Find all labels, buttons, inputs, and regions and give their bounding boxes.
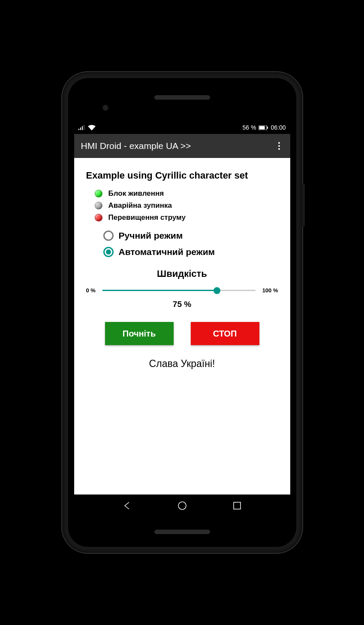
indicator-estop: Аварійна зупинка xyxy=(95,201,278,210)
speed-value: 75 % xyxy=(86,300,278,309)
phone-speaker-bottom xyxy=(154,530,210,534)
battery-percent: 56 % xyxy=(243,124,256,131)
phone-side-button xyxy=(302,184,305,227)
indicator-label: Перевищення струму xyxy=(108,213,186,222)
nav-back-icon[interactable] xyxy=(122,500,133,511)
svg-rect-1 xyxy=(80,127,81,130)
phone-inner: 56 % 06:00 HMI Droid - example UA >> Exa… xyxy=(68,78,296,547)
speed-slider[interactable] xyxy=(102,290,256,291)
wifi-icon xyxy=(88,125,96,130)
speed-section: Швидкість 0 % 100 % 75 % xyxy=(86,268,278,309)
svg-point-7 xyxy=(178,502,186,510)
slider-thumb[interactable] xyxy=(214,287,220,294)
slider-min-label: 0 % xyxy=(86,287,96,294)
speed-title: Швидкість xyxy=(86,268,278,279)
radio-label: Автоматичний режим xyxy=(119,247,215,257)
mode-radio-group: Ручний режим Автоматичний режим xyxy=(103,231,278,257)
content-area: Example using Cyrillic character set Бло… xyxy=(74,158,290,495)
svg-rect-6 xyxy=(267,127,268,129)
radio-icon xyxy=(103,231,114,241)
svg-rect-3 xyxy=(84,125,84,130)
phone-frame: 56 % 06:00 HMI Droid - example UA >> Exa… xyxy=(62,72,302,553)
radio-icon xyxy=(103,247,114,257)
svg-rect-2 xyxy=(82,126,83,130)
radio-label: Ручний режим xyxy=(119,231,183,241)
phone-camera xyxy=(102,105,108,111)
phone-speaker-top xyxy=(154,95,210,100)
app-bar-title: HMI Droid - example UA >> xyxy=(81,141,275,151)
start-button[interactable]: Почніть xyxy=(105,322,174,345)
footer-text: Слава Україні! xyxy=(86,358,278,370)
indicator-overcurrent: Перевищення струму xyxy=(95,213,278,222)
svg-rect-0 xyxy=(78,129,79,130)
overflow-menu-icon[interactable] xyxy=(275,139,283,153)
clock: 06:00 xyxy=(271,124,286,131)
indicator-power: Блок живлення xyxy=(95,189,278,198)
indicator-label: Блок живлення xyxy=(108,189,164,198)
signal-icon xyxy=(78,125,85,130)
indicator-list: Блок живлення Аварійна зупинка Перевищен… xyxy=(95,189,278,222)
nav-recent-icon[interactable] xyxy=(232,500,243,511)
nav-home-icon[interactable] xyxy=(177,500,188,511)
svg-rect-8 xyxy=(234,502,241,509)
screen: 56 % 06:00 HMI Droid - example UA >> Exa… xyxy=(74,121,290,517)
indicator-label: Аварійна зупинка xyxy=(108,201,172,210)
status-bar: 56 % 06:00 xyxy=(74,121,290,134)
stop-button[interactable]: СТОП xyxy=(191,322,259,345)
slider-row: 0 % 100 % xyxy=(86,287,278,294)
led-gray-icon xyxy=(95,202,102,209)
led-green-icon xyxy=(95,190,102,197)
status-right: 56 % 06:00 xyxy=(243,124,286,131)
radio-auto[interactable]: Автоматичний режим xyxy=(103,247,278,257)
nav-bar xyxy=(74,495,290,517)
battery-icon xyxy=(259,125,268,130)
app-bar: HMI Droid - example UA >> xyxy=(74,134,290,158)
led-red-icon xyxy=(95,214,102,221)
svg-rect-5 xyxy=(259,126,265,129)
page-heading: Example using Cyrillic character set xyxy=(86,168,278,182)
radio-manual[interactable]: Ручний режим xyxy=(103,231,278,241)
slider-max-label: 100 % xyxy=(262,287,278,294)
status-left xyxy=(78,125,96,130)
action-buttons: Почніть СТОП xyxy=(86,322,278,345)
